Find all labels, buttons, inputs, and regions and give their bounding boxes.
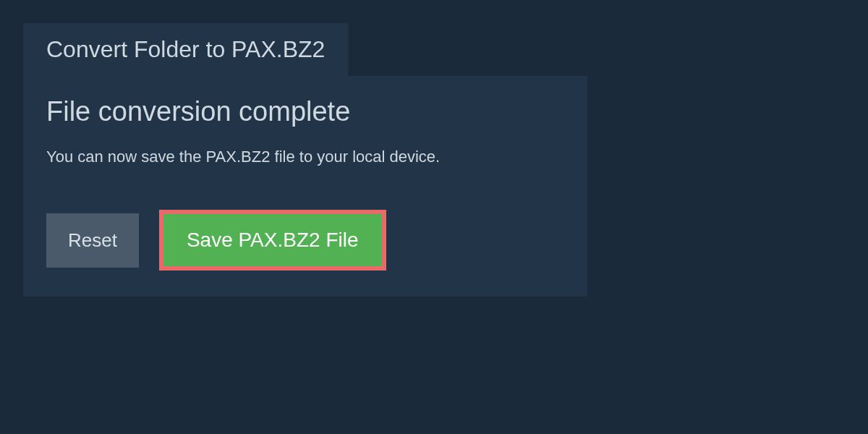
save-button[interactable]: Save PAX.BZ2 File [159,210,386,271]
tab-label: Convert Folder to PAX.BZ2 [46,36,325,62]
conversion-panel: File conversion complete You can now sav… [23,76,587,297]
main-container: Convert Folder to PAX.BZ2 File conversio… [0,0,868,320]
reset-button[interactable]: Reset [46,213,139,268]
button-row: Reset Save PAX.BZ2 File [46,210,564,271]
panel-description: You can now save the PAX.BZ2 file to you… [46,148,564,166]
reset-button-label: Reset [68,229,117,251]
panel-heading: File conversion complete [46,96,564,127]
tab-convert[interactable]: Convert Folder to PAX.BZ2 [23,23,348,76]
save-button-label: Save PAX.BZ2 File [187,229,359,251]
